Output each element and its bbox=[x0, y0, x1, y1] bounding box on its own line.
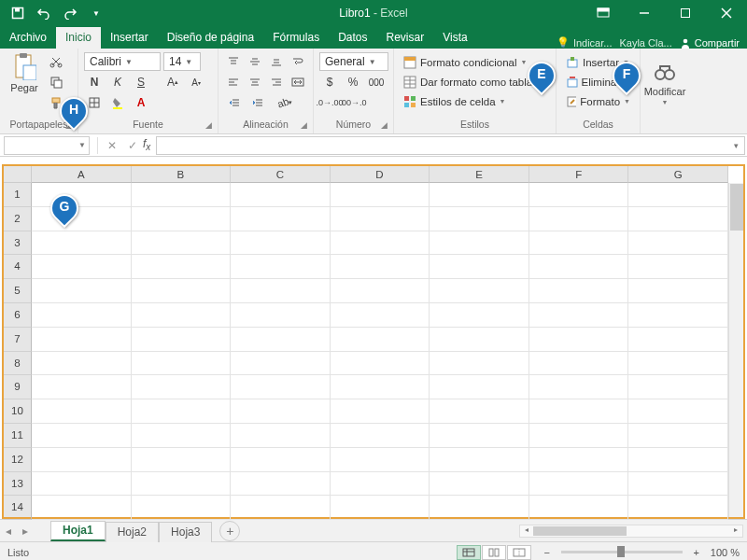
page-layout-view-icon[interactable] bbox=[482, 545, 506, 560]
decrease-font-icon[interactable]: A▾ bbox=[186, 73, 206, 91]
align-left-icon[interactable] bbox=[224, 73, 243, 91]
align-right-icon[interactable] bbox=[267, 73, 286, 91]
page-break-view-icon[interactable] bbox=[507, 545, 531, 560]
zoom-slider[interactable] bbox=[561, 551, 683, 553]
italic-button[interactable]: K bbox=[107, 73, 128, 91]
format-painter-icon[interactable] bbox=[46, 93, 66, 112]
share-button[interactable]: Compartir bbox=[680, 37, 740, 49]
formula-input[interactable] bbox=[156, 136, 728, 155]
align-top-icon[interactable] bbox=[224, 52, 243, 71]
sheet-tab[interactable]: Hoja1 bbox=[50, 521, 106, 541]
zoom-out-button[interactable]: − bbox=[541, 547, 554, 558]
accounting-icon[interactable]: $ bbox=[319, 73, 340, 91]
cut-icon[interactable] bbox=[46, 52, 66, 71]
qat-dropdown-icon[interactable]: ▼ bbox=[84, 1, 108, 25]
align-center-icon[interactable] bbox=[246, 73, 264, 91]
horizontal-scrollbar[interactable]: ◂▸ bbox=[519, 525, 743, 538]
dialog-launcher-icon[interactable]: ◢ bbox=[65, 120, 72, 130]
row-header[interactable]: 4 bbox=[4, 255, 32, 279]
zoom-level[interactable]: 100 % bbox=[711, 547, 740, 558]
row-header[interactable]: 7 bbox=[4, 328, 32, 352]
cell-styles[interactable]: Estilos de celda ▼ bbox=[400, 91, 550, 111]
tab-archivo[interactable]: Archivo bbox=[0, 27, 56, 49]
merge-center-icon[interactable] bbox=[289, 73, 307, 91]
underline-button[interactable]: S bbox=[131, 73, 151, 91]
undo-icon[interactable] bbox=[32, 1, 56, 25]
increase-decimal-icon[interactable]: .0→.00 bbox=[319, 93, 340, 112]
close-button[interactable] bbox=[706, 0, 747, 26]
align-middle-icon[interactable] bbox=[246, 52, 264, 71]
zoom-in-button[interactable]: + bbox=[690, 547, 703, 558]
bold-button[interactable]: N bbox=[84, 73, 105, 91]
tab-diseno[interactable]: Diseño de página bbox=[158, 27, 263, 49]
thousands-icon[interactable]: 000 bbox=[366, 73, 387, 91]
row-header[interactable]: 9 bbox=[4, 375, 32, 399]
tab-revisar[interactable]: Revisar bbox=[377, 27, 434, 49]
user-name[interactable]: Kayla Cla... bbox=[619, 37, 671, 49]
col-header[interactable]: C bbox=[231, 166, 331, 183]
fx-icon[interactable]: fx bbox=[143, 137, 150, 152]
tab-insertar[interactable]: Insertar bbox=[101, 27, 158, 49]
maximize-button[interactable] bbox=[665, 0, 706, 26]
normal-view-icon[interactable] bbox=[457, 545, 481, 560]
row-header[interactable]: 1 bbox=[4, 183, 32, 207]
dialog-launcher-icon[interactable]: ◢ bbox=[381, 120, 388, 130]
save-icon[interactable] bbox=[6, 1, 30, 25]
increase-font-icon[interactable]: A▴ bbox=[162, 73, 183, 91]
col-header[interactable]: D bbox=[331, 166, 430, 183]
col-header[interactable]: E bbox=[430, 166, 529, 183]
tab-datos[interactable]: Datos bbox=[329, 27, 376, 49]
sheet-nav-prev-icon[interactable]: ◂ bbox=[0, 521, 17, 541]
decrease-decimal-icon[interactable]: .00→.0 bbox=[343, 93, 363, 112]
sheet-tab[interactable]: Hoja3 bbox=[159, 522, 212, 542]
align-bottom-icon[interactable] bbox=[267, 52, 286, 71]
vertical-scrollbar[interactable] bbox=[728, 183, 743, 517]
dialog-launcher-icon[interactable]: ◢ bbox=[205, 120, 212, 130]
new-sheet-button[interactable]: + bbox=[219, 521, 240, 541]
row-header[interactable]: 13 bbox=[4, 472, 32, 497]
row-header[interactable]: 11 bbox=[4, 424, 32, 448]
tab-formulas[interactable]: Fórmulas bbox=[263, 27, 329, 49]
font-name-combo[interactable]: Calibri▼ bbox=[84, 52, 161, 71]
cell-area[interactable] bbox=[32, 183, 728, 517]
col-header[interactable]: F bbox=[529, 166, 629, 183]
row-header[interactable]: 14 bbox=[4, 496, 32, 520]
orientation-icon[interactable]: ab▾ bbox=[271, 93, 299, 112]
row-header[interactable]: 2 bbox=[4, 207, 32, 231]
tab-vista[interactable]: Vista bbox=[433, 27, 476, 49]
conditional-formatting[interactable]: Formato condicional ▼ bbox=[400, 52, 550, 72]
copy-icon[interactable] bbox=[46, 73, 66, 91]
format-as-table[interactable]: Dar formato como tabla ▼ bbox=[400, 72, 550, 91]
wrap-text-icon[interactable] bbox=[289, 52, 307, 71]
percent-icon[interactable]: % bbox=[343, 73, 363, 91]
select-all-button[interactable] bbox=[4, 166, 32, 183]
row-header[interactable]: 8 bbox=[4, 352, 32, 376]
expand-formula-bar-icon[interactable]: ▾ bbox=[728, 136, 745, 155]
row-header[interactable]: 10 bbox=[4, 399, 32, 424]
delete-cells[interactable]: Eliminar▼ bbox=[562, 72, 634, 91]
sheet-tab[interactable]: Hoja2 bbox=[106, 522, 159, 542]
find-select[interactable]: Modificar ▼ bbox=[646, 52, 684, 114]
dialog-launcher-icon[interactable]: ◢ bbox=[301, 120, 307, 130]
font-color-icon[interactable]: A bbox=[131, 93, 151, 112]
col-header[interactable]: A bbox=[32, 166, 132, 183]
tell-me[interactable]: 💡 Indicar... bbox=[557, 36, 613, 49]
format-cells[interactable]: Formato▼ bbox=[562, 91, 634, 111]
font-size-combo[interactable]: 14▼ bbox=[163, 52, 201, 71]
decrease-indent-icon[interactable] bbox=[224, 93, 245, 112]
fill-color-icon[interactable] bbox=[107, 93, 128, 112]
sheet-nav-next-icon[interactable]: ▸ bbox=[17, 521, 34, 541]
insert-cells[interactable]: Insertar▼ bbox=[562, 52, 634, 72]
cancel-formula-icon[interactable]: ✕ bbox=[102, 136, 122, 155]
redo-icon[interactable] bbox=[58, 1, 82, 25]
tab-inicio[interactable]: Inicio bbox=[56, 27, 101, 49]
row-header[interactable]: 6 bbox=[4, 303, 32, 328]
name-box[interactable]: ▼ bbox=[4, 136, 90, 155]
number-format-combo[interactable]: General▼ bbox=[319, 52, 388, 71]
borders-icon[interactable] bbox=[84, 93, 105, 112]
row-header[interactable]: 3 bbox=[4, 231, 32, 256]
ribbon-display-icon[interactable] bbox=[583, 0, 624, 26]
row-header[interactable]: 12 bbox=[4, 448, 32, 472]
col-header[interactable]: G bbox=[628, 166, 728, 183]
increase-indent-icon[interactable] bbox=[247, 93, 268, 112]
